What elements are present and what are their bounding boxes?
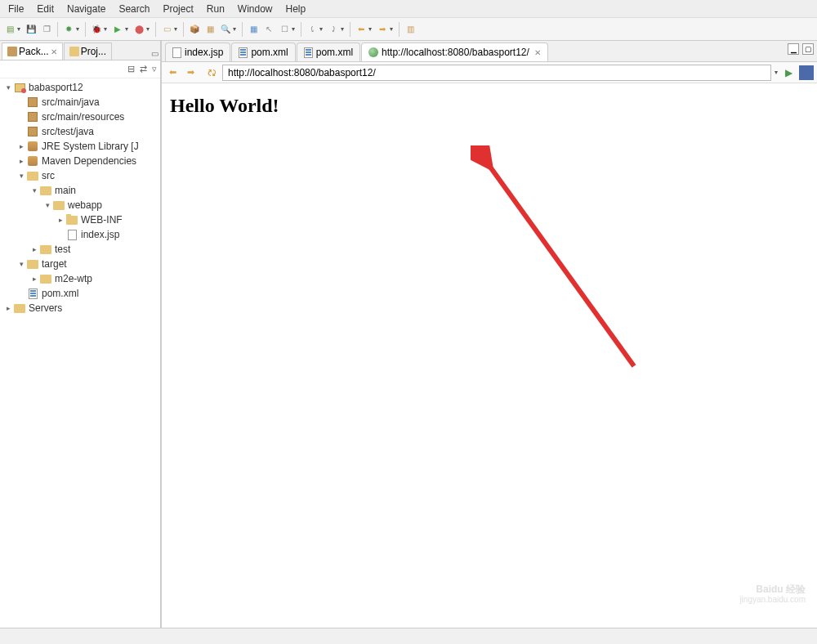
tree-item[interactable]: ▾main [0, 183, 160, 198]
menu-search[interactable]: Search [112, 1, 156, 17]
tree-item-label: babasport12 [29, 82, 83, 93]
expand-arrow-icon[interactable]: ▾ [16, 172, 26, 180]
view-menu-icon[interactable]: ▿ [152, 64, 157, 74]
open-type-icon[interactable]: 🔍 [219, 23, 232, 36]
menu-file[interactable]: File [2, 1, 30, 17]
tree-item[interactable]: ▾target [0, 257, 160, 271]
sidebar-tab-package-explorer[interactable]: Pack... ✕ [2, 42, 63, 60]
tree-item[interactable]: ▸Servers [0, 301, 160, 315]
folder-icon [39, 244, 52, 255]
watermark-text: Baidu 经验 [739, 584, 806, 595]
menu-run[interactable]: Run [200, 1, 231, 17]
tree-item[interactable]: src/main/java [0, 95, 160, 110]
close-icon[interactable]: ✕ [534, 48, 541, 57]
project-icon [69, 47, 79, 56]
editor-area: index.jsp pom.xml pom.xml http://localho… [162, 41, 817, 628]
link-editor-icon[interactable]: ⇄ [140, 64, 147, 74]
editor-tab-pom-xml-2[interactable]: pom.xml [297, 42, 360, 61]
expand-arrow-icon[interactable]: ▾ [42, 201, 52, 209]
sidebar-tabs: Pack... ✕ Proj... ▭ [0, 41, 160, 60]
url-dropdown-icon[interactable]: ▾ [775, 69, 778, 76]
new-server-icon[interactable]: ▭ [160, 23, 173, 36]
tree-item[interactable]: ▸WEB-INF [0, 212, 160, 227]
tree-item[interactable]: ▸m2e-wtp [0, 271, 160, 286]
menu-project[interactable]: Project [156, 1, 199, 17]
tree-item-label: webapp [68, 199, 102, 211]
menu-edit[interactable]: Edit [30, 1, 60, 17]
browser-menu-icon[interactable] [799, 65, 814, 80]
go-button[interactable]: ▶ [781, 65, 796, 80]
build-icon[interactable]: ✸ [62, 23, 75, 36]
tree-item[interactable]: ▸JRE System Library [J [0, 139, 160, 154]
expand-arrow-icon[interactable]: ▾ [16, 260, 26, 268]
minimize-icon[interactable]: ▭ [150, 47, 160, 60]
tree-item[interactable]: index.jsp [0, 227, 160, 242]
annotation-arrow [471, 145, 650, 382]
run-icon[interactable]: ▶ [111, 23, 124, 36]
tree-item[interactable]: pom.xml [0, 286, 160, 301]
project-tree: ▾babasport12src/main/javasrc/main/resour… [0, 78, 160, 628]
new-package-icon[interactable]: 📦 [188, 23, 201, 36]
run-last-icon[interactable]: ⬤ [132, 23, 145, 36]
forward-nav-icon[interactable]: ➡ [376, 23, 389, 36]
editor-tab-pom-xml-1[interactable]: pom.xml [231, 42, 295, 61]
menu-navigate[interactable]: Navigate [60, 1, 112, 17]
tree-item-label: m2e-wtp [55, 273, 92, 284]
jar-icon [26, 155, 39, 167]
tab-label: index.jsp [185, 47, 223, 58]
tree-item[interactable]: ▸Maven Dependencies [0, 154, 160, 168]
save-icon[interactable]: 💾 [25, 23, 38, 36]
package-icon [7, 47, 17, 56]
task-icon[interactable]: ☐ [278, 23, 291, 36]
browser-back-icon[interactable]: ⬅ [165, 65, 180, 80]
tree-item-label: src/test/java [42, 126, 94, 137]
minimize-view-icon[interactable]: ▁ [788, 43, 799, 55]
collapse-all-icon[interactable]: ⊟ [127, 64, 135, 74]
expand-arrow-icon[interactable]: ▸ [3, 304, 13, 312]
tree-item[interactable]: ▾babasport12 [0, 80, 160, 95]
save-all-icon[interactable]: ❐ [40, 23, 53, 36]
annotation-icon[interactable]: ↖ [262, 23, 275, 36]
perspective-icon[interactable]: ▥ [404, 23, 417, 36]
pin-icon[interactable]: ⤹ [306, 23, 319, 36]
tab-label: pom.xml [251, 47, 288, 58]
tree-item-label: main [55, 185, 76, 196]
tree-item[interactable]: src/main/resources [0, 110, 160, 124]
browser-refresh-icon[interactable]: 🗘 [204, 65, 219, 80]
tree-item[interactable]: ▾src [0, 168, 160, 183]
tree-item[interactable]: ▾webapp [0, 198, 160, 212]
sidebar-tab-project-explorer[interactable]: Proj... [64, 42, 112, 60]
menu-help[interactable]: Help [279, 1, 313, 17]
expand-arrow-icon[interactable]: ▾ [29, 186, 39, 195]
close-icon[interactable]: ✕ [51, 47, 57, 56]
editor-tab-index-jsp[interactable]: index.jsp [165, 42, 230, 61]
expand-arrow-icon[interactable]: ▸ [29, 275, 39, 283]
expand-arrow-icon[interactable]: ▸ [16, 157, 26, 165]
page-heading: Hello World! [170, 95, 809, 117]
url-input[interactable] [222, 65, 771, 81]
folder-icon [26, 170, 39, 181]
main-toolbar: ▤▾ 💾 ❐ ✸▾ 🐞▾ ▶▾ ⬤▾ ▭▾ 📦 ▦ 🔍▾ ▦ ↖ ☐▾ ⤹▾ ⤸… [0, 18, 817, 41]
debug-icon[interactable]: 🐞 [90, 23, 103, 36]
menu-window[interactable]: Window [231, 1, 279, 17]
forward-icon[interactable]: ⤸ [327, 23, 340, 36]
search-icon[interactable]: ▦ [247, 23, 260, 36]
new-class-icon[interactable]: ▦ [203, 23, 217, 36]
browser-forward-icon[interactable]: ➡ [183, 65, 198, 80]
expand-arrow-icon[interactable]: ▾ [3, 83, 13, 92]
expand-arrow-icon[interactable]: ▸ [16, 142, 26, 150]
editor-tab-browser[interactable]: http://localhost:8080/babasport12/ ✕ [361, 42, 548, 61]
back-nav-icon[interactable]: ⬅ [355, 23, 368, 36]
file-icon [65, 229, 78, 240]
svg-line-0 [485, 160, 634, 366]
maximize-view-icon[interactable]: ▢ [802, 43, 814, 55]
expand-arrow-icon[interactable]: ▸ [29, 245, 39, 253]
tree-item[interactable]: src/test/java [0, 124, 160, 139]
tab-label: http://localhost:8080/babasport12/ [382, 47, 529, 58]
folder-icon [13, 302, 26, 314]
new-icon[interactable]: ▤ [3, 23, 16, 36]
watermark: Baidu 经验 jingyan.baidu.com [739, 584, 806, 605]
tree-item[interactable]: ▸test [0, 242, 160, 257]
expand-arrow-icon[interactable]: ▸ [56, 216, 65, 224]
xml-icon [26, 288, 39, 299]
